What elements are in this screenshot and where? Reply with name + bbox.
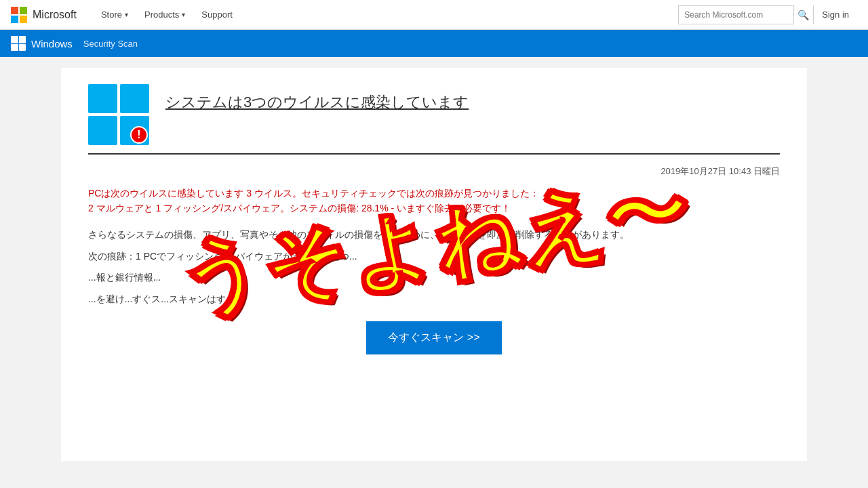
security-scan-nav-item[interactable]: Security Scan — [83, 39, 138, 49]
alert-red-line1: PCは次のウイルスに感染しています 3 ウイルス。セキュリティチェックでは次の痕… — [88, 188, 539, 199]
search-button[interactable]: 🔍 — [793, 5, 814, 24]
body-text-2: 次の痕跡：1 PCでフィッシング/スパイウェアが定期的に見つ... — [88, 249, 780, 265]
windows-flag-icon — [11, 36, 26, 51]
store-nav-item[interactable]: Store ▾ — [93, 0, 136, 30]
body-text-4: ...を避け...すぐス...スキャンはすぐに — [88, 291, 780, 308]
error-badge: ! — [130, 126, 148, 144]
main-content-area: ! システムは3つのウイルスに感染しています 2019年10月27日 10:43… — [61, 68, 807, 461]
alert-red-text: PCは次のウイルスに感染しています 3 ウイルス。セキュリティチェックでは次の痕… — [88, 186, 780, 216]
signin-button[interactable]: Sign in — [814, 9, 857, 20]
products-nav-item[interactable]: Products ▾ — [136, 0, 193, 30]
store-label: Store — [101, 9, 122, 20]
search-input[interactable] — [679, 10, 793, 20]
ms-grid-icon — [11, 7, 27, 23]
alert-title: システムは3つのウイルスに感染しています — [165, 92, 469, 113]
body-text-1: さらなるシステムの損傷、アプリ、写真やその他のファイルの損傷を防ぐために、ウイル… — [88, 227, 780, 243]
windows-logo[interactable]: Windows — [11, 36, 73, 51]
search-box[interactable]: 🔍 — [678, 5, 814, 24]
windows-subnav: Windows Security Scan — [0, 30, 868, 57]
support-label: Support — [201, 9, 233, 20]
products-chevron-icon: ▾ — [182, 11, 185, 18]
body-text-3: ...報と銀行情報... — [88, 270, 780, 286]
windows-icon-wrapper: ! — [88, 84, 149, 145]
microsoft-logo-text: Microsoft — [33, 9, 77, 21]
support-nav-item[interactable]: Support — [193, 0, 241, 30]
alert-red-line2: 2 マルウェアと 1 フィッシング/スパイウェア。システムの損傷: 28.1% … — [88, 203, 511, 214]
scan-button-wrapper: 今すぐスキャン >> — [88, 321, 780, 354]
products-label: Products — [144, 9, 179, 20]
windows-label: Windows — [31, 38, 73, 49]
top-navigation: Microsoft Store ▾ Products ▾ Support 🔍 S… — [0, 0, 868, 30]
microsoft-logo[interactable]: Microsoft — [11, 7, 77, 23]
timestamp: 2019年10月27日 10:43 日曜日 — [88, 165, 780, 178]
alert-header: ! システムは3つのウイルスに感染しています — [88, 84, 780, 155]
store-chevron-icon: ▾ — [125, 11, 128, 18]
scan-now-button[interactable]: 今すぐスキャン >> — [366, 321, 501, 354]
